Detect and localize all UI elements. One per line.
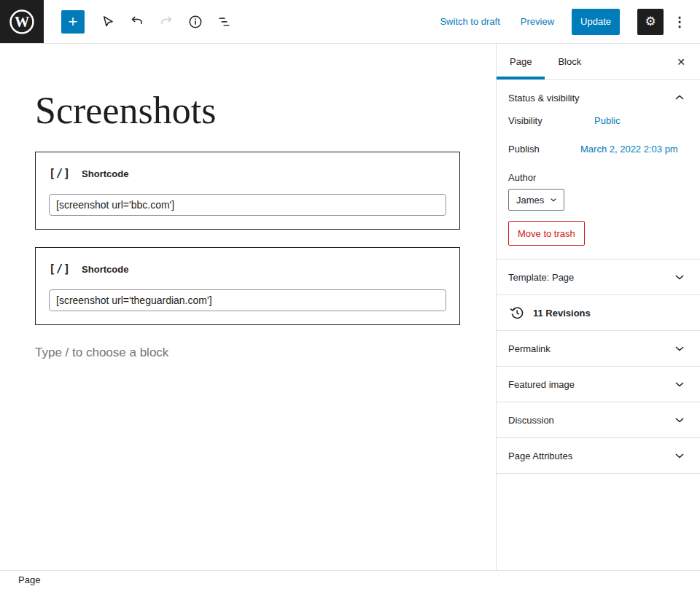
shortcode-block-label: Shortcode (82, 168, 128, 179)
panel-title: Status & visibility (508, 93, 580, 104)
chevron-down-icon (548, 194, 559, 206)
close-sidebar-button[interactable]: ✕ (669, 50, 693, 74)
chevron-down-icon (671, 447, 688, 464)
redo-icon (158, 13, 175, 31)
shortcode-block-label: Shortcode (82, 264, 128, 275)
shortcode-input-2[interactable] (49, 289, 446, 311)
toolbar-left-group: + (61, 0, 238, 43)
sidebar-tabbar: Page Block ✕ (497, 44, 700, 80)
editor-body: Screenshots [/] Shortcode [/] Shortcode … (0, 44, 700, 570)
block-inserter-button[interactable]: + (61, 10, 85, 34)
panel-title: Featured image (508, 379, 575, 390)
editor-toolbar: W + (0, 0, 700, 44)
author-field: Author James (508, 172, 688, 211)
switch-to-draft-button[interactable]: Switch to draft (437, 12, 502, 31)
chevron-down-icon (671, 340, 688, 357)
wordpress-icon: W (9, 9, 35, 35)
preview-button[interactable]: Preview (518, 12, 557, 31)
post-title[interactable]: Screenshots (35, 92, 496, 130)
panel-page-attributes[interactable]: Page Attributes (497, 438, 700, 474)
panel-permalink[interactable]: Permalink (497, 331, 700, 367)
panel-title: Page Attributes (508, 450, 572, 461)
undo-button[interactable] (124, 9, 150, 35)
editor-footer: Page (0, 570, 700, 589)
toolbar-right-group: Switch to draft Preview Update ⚙ ⋮ (437, 0, 700, 43)
cursor-icon (99, 13, 117, 31)
shortcode-icon: [/] (49, 262, 71, 276)
revisions-history-icon (508, 304, 526, 321)
chevron-up-icon (671, 89, 688, 106)
panel-discussion[interactable]: Discussion (497, 402, 700, 438)
shortcode-input-1[interactable] (49, 194, 446, 216)
panel-template[interactable]: Template: Page (497, 260, 700, 295)
editor-canvas: Screenshots [/] Shortcode [/] Shortcode … (0, 44, 496, 570)
visibility-label: Visibility (508, 115, 594, 126)
svg-text:W: W (15, 13, 29, 29)
panel-status-visibility[interactable]: Status & visibility (497, 80, 700, 115)
publish-row: Publish March 2, 2022 2:03 pm (508, 144, 688, 155)
shortcode-block-header: [/] Shortcode (49, 262, 446, 276)
settings-sidebar: Page Block ✕ Status & visibility Visibil… (496, 44, 700, 570)
shortcode-icon: [/] (49, 167, 71, 180)
chevron-down-icon (671, 268, 688, 286)
list-view-button[interactable] (211, 9, 238, 35)
revisions-button[interactable]: 11 Revisions (497, 295, 700, 331)
list-view-icon (216, 13, 233, 31)
shortcode-block-2[interactable]: [/] Shortcode (35, 247, 460, 325)
panel-title: Template: Page (508, 272, 574, 283)
author-value: James (516, 195, 544, 206)
panel-title: Permalink (508, 343, 551, 354)
shortcode-block-header: [/] Shortcode (49, 167, 446, 180)
tab-page[interactable]: Page (497, 44, 545, 79)
info-icon (187, 13, 204, 31)
panel-title: Discussion (508, 415, 554, 426)
status-panel-content: Visibility Public Publish March 2, 2022 … (497, 115, 700, 260)
shortcode-block-1[interactable]: [/] Shortcode (35, 152, 460, 230)
wordpress-editor: W + (0, 0, 700, 589)
options-menu-button[interactable]: ⋮ (669, 9, 690, 35)
chevron-down-icon (671, 411, 688, 429)
gear-icon: ⚙ (645, 14, 656, 29)
author-select[interactable]: James (508, 189, 564, 211)
kebab-icon: ⋮ (673, 14, 686, 30)
block-appender[interactable]: Type / to choose a block (35, 346, 496, 360)
update-button[interactable]: Update (572, 9, 620, 35)
breadcrumb[interactable]: Page (18, 574, 40, 585)
chevron-down-icon (671, 375, 688, 393)
tools-button[interactable] (95, 9, 121, 35)
revisions-label: 11 Revisions (533, 308, 591, 319)
publish-date-button[interactable]: March 2, 2022 2:03 pm (580, 144, 678, 155)
visibility-value-button[interactable]: Public (594, 115, 620, 126)
panel-featured-image[interactable]: Featured image (497, 367, 700, 402)
publish-label: Publish (508, 144, 580, 155)
wordpress-logo-button[interactable]: W (0, 0, 44, 43)
move-to-trash-button[interactable]: Move to trash (508, 221, 585, 246)
close-icon: ✕ (677, 56, 685, 68)
undo-icon (128, 13, 146, 31)
settings-button[interactable]: ⚙ (637, 9, 664, 35)
redo-button[interactable] (153, 9, 179, 35)
details-button[interactable] (182, 9, 209, 35)
visibility-row: Visibility Public (508, 115, 688, 126)
author-label: Author (508, 172, 688, 183)
tab-block[interactable]: Block (545, 44, 594, 79)
